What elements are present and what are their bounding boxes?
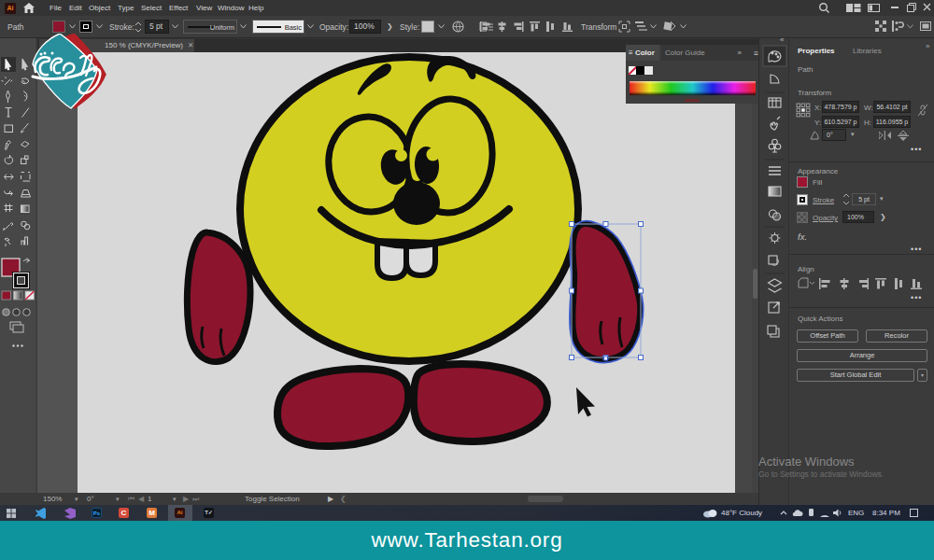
svg-text:«: « (780, 38, 785, 44)
